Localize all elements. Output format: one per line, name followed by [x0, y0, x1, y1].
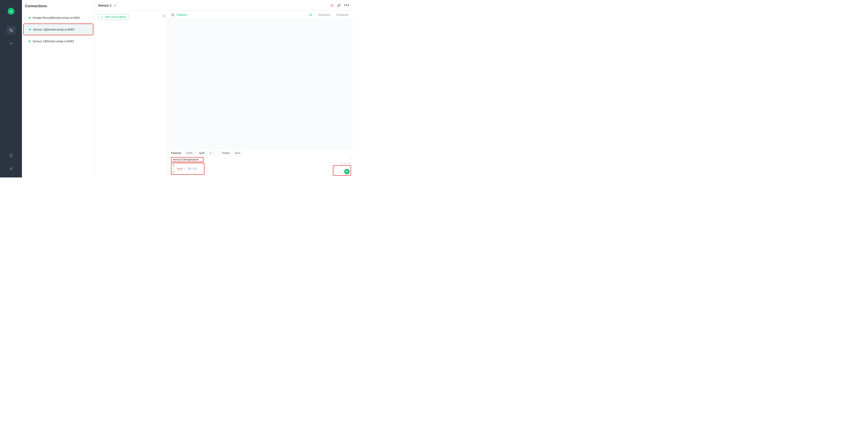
new-subscription-label: New Subscription: [105, 15, 126, 19]
status-dot-icon: [29, 17, 30, 19]
chevron-down-icon: [188, 14, 190, 16]
collapse-subscriptions-icon[interactable]: [162, 14, 166, 18]
chevron-down-icon: ▾: [213, 152, 214, 154]
payload-panel: Payload: JSON ▾ QoS: 0 ▾ Retain: [168, 148, 353, 178]
send-icon: [346, 170, 348, 173]
retain-label: Retain: [222, 152, 230, 155]
app-logo: [8, 8, 14, 15]
plus-icon: [101, 16, 103, 18]
disconnect-button[interactable]: [330, 3, 334, 7]
filter-all[interactable]: All: [308, 13, 313, 17]
send-highlight: [333, 165, 351, 176]
connection-titlebar: Sensor 1 •••: [95, 0, 353, 11]
format-label: Plaintext: [177, 13, 187, 17]
help-icon[interactable]: ?: [171, 13, 174, 17]
connection-label: Sensor 2@broker.emqx.io:8083: [33, 39, 74, 43]
expand-icon[interactable]: [113, 4, 117, 7]
messages-toolbar: ? Plaintext All | Received | Published: [168, 11, 353, 19]
radio-icon: [218, 152, 221, 155]
more-button[interactable]: •••: [344, 3, 350, 8]
connections-title: Connections: [22, 0, 95, 12]
payload-label: Payload:: [171, 152, 182, 155]
edit-button[interactable]: [337, 3, 341, 7]
subscriptions-panel: New Subscription: [95, 11, 168, 178]
connection-item[interactable]: Sensor 2@broker.emqx.io:8083: [23, 35, 93, 47]
connection-label: Simple Demo@broker.emqx.io:8083: [33, 16, 80, 20]
meta-button[interactable]: Meta: [232, 150, 243, 156]
status-dot-icon: [29, 29, 31, 30]
connections-panel: Connections Simple Demo@broker.emqx.io:8…: [22, 0, 95, 178]
payload-format-value: JSON: [186, 152, 192, 154]
qos-value: 0: [210, 152, 211, 154]
main-panel: Sensor 1 ••• New Subscription: [95, 0, 353, 178]
send-button[interactable]: [344, 169, 350, 174]
payload-value: "17.2": [187, 167, 196, 170]
qos-dropdown[interactable]: 0 ▾: [208, 150, 216, 156]
timed-send-indicator: [340, 162, 350, 165]
payload-format-select[interactable]: Plaintext: [177, 13, 190, 17]
payload-editor[interactable]: { "msg": "17.2" }: [171, 163, 205, 175]
connection-label: Sensor 1@broker.emqx.io:8083: [33, 28, 74, 31]
payload-key: "msg": [176, 167, 184, 170]
topic-input[interactable]: [171, 157, 204, 162]
connection-item[interactable]: Simple Demo@broker.emqx.io:8083: [23, 12, 93, 24]
nav-info[interactable]: [7, 151, 16, 160]
nav-connections[interactable]: [7, 26, 16, 35]
nav-settings[interactable]: [7, 164, 16, 173]
status-dot-icon: [29, 40, 30, 42]
qos-label: QoS:: [199, 152, 205, 155]
messages-panel: ? Plaintext All | Received | Published: [168, 11, 353, 178]
payload-format-dropdown[interactable]: JSON ▾: [184, 150, 197, 156]
filter-published[interactable]: Published: [335, 13, 350, 17]
filter-received[interactable]: Received: [317, 13, 331, 17]
expand-payload-icon[interactable]: ▾: [349, 156, 350, 159]
new-subscription-button[interactable]: New Subscription: [98, 14, 129, 20]
svg-point-4: [11, 168, 11, 169]
connection-item[interactable]: Sensor 1@broker.emqx.io:8083: [23, 24, 93, 35]
nav-add[interactable]: [7, 39, 16, 48]
connection-name: Sensor 1: [98, 4, 112, 7]
messages-list: [168, 19, 353, 148]
chevron-down-icon: ▾: [194, 152, 195, 154]
retain-toggle[interactable]: Retain: [218, 152, 230, 155]
nav-rail: [0, 0, 22, 178]
